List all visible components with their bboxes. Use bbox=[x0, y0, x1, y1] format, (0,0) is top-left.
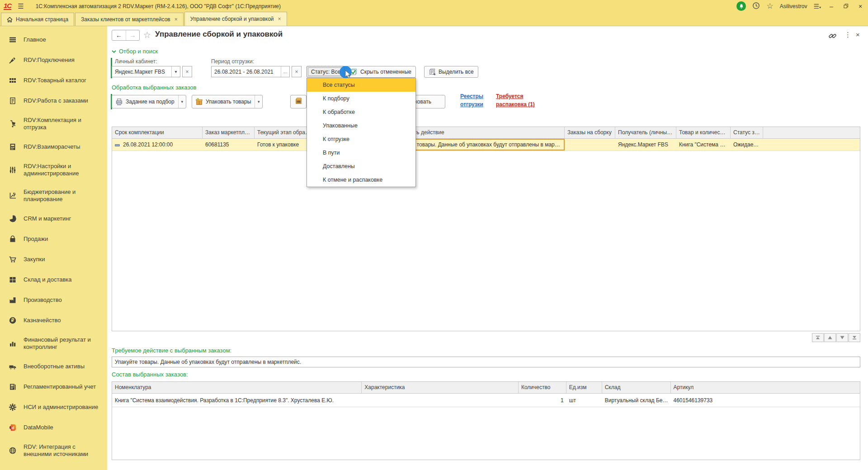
cell-recipient[interactable]: Яндекс.Маркет FBS bbox=[615, 139, 676, 150]
cabinet-select[interactable]: Яндекс.Маркет FBS ▾ bbox=[112, 66, 180, 77]
sidebar-item-fixed-assets[interactable]: Внеоборотные активы bbox=[0, 359, 107, 374]
cell-assembly-orders[interactable] bbox=[565, 139, 615, 150]
sidebar-item-financial-result[interactable]: Финансовый результат и контроллинг bbox=[0, 334, 107, 353]
cell-quantity[interactable]: 1 bbox=[519, 394, 566, 405]
pack-goods-dropdown-arrow-icon[interactable]: ▾ bbox=[255, 95, 262, 108]
hide-cancelled-button[interactable]: Скрыть отмененные bbox=[346, 66, 416, 78]
col-quantity[interactable]: Количество bbox=[519, 382, 566, 393]
sidebar-item-orders[interactable]: RDV:Работа с заказами bbox=[0, 94, 107, 108]
close-button[interactable]: × bbox=[856, 3, 864, 10]
sidebar-item-product-catalog[interactable]: RDV:Товарный каталог bbox=[0, 73, 107, 88]
main-menu-icon[interactable]: ☰ bbox=[16, 2, 25, 10]
tab-close-icon[interactable]: × bbox=[278, 16, 281, 22]
required-action-input[interactable] bbox=[112, 357, 860, 367]
service-menu-icon[interactable]: ☰▾ bbox=[813, 3, 821, 9]
tab-bar: Начальная страница Заказы клиентов от ма… bbox=[0, 12, 868, 26]
cell-warehouse[interactable]: Виртуальный склад Беру bbox=[602, 394, 671, 405]
sidebar-item-treasury[interactable]: ₽ Казначейство bbox=[0, 313, 107, 328]
col-recipient[interactable]: Получатель (личный кабинет) bbox=[615, 127, 676, 138]
dropdown-item-to-process[interactable]: К обработке bbox=[307, 105, 415, 119]
col-unit[interactable]: Ед.изм bbox=[566, 382, 602, 393]
col-characteristic[interactable]: Характеристика bbox=[362, 382, 519, 393]
col-stage[interactable]: Текущий этап обработки bbox=[255, 127, 315, 138]
cabinet-dropdown-arrow-icon[interactable]: ▾ bbox=[171, 66, 180, 77]
gear-icon bbox=[8, 403, 17, 412]
sidebar-item-warehouse[interactable]: Склад и доставка bbox=[0, 273, 107, 287]
cell-stage[interactable]: Готов к упаковке bbox=[255, 139, 315, 150]
col-nomenclature[interactable]: Номенклатура bbox=[112, 382, 362, 393]
cell-nomenclature[interactable]: Книга "Система взаимодействия. Разработк… bbox=[112, 394, 362, 405]
scroll-up-button[interactable] bbox=[824, 333, 836, 342]
sidebar-item-settlements[interactable]: RDV:Взаиморасчеты bbox=[0, 140, 107, 154]
period-clear-button[interactable]: × bbox=[292, 66, 302, 77]
order-row[interactable]: 26.08.2021 12:00:00 60681135 Готов к упа… bbox=[112, 139, 860, 151]
scroll-down-button[interactable] bbox=[836, 333, 848, 342]
get-link-icon[interactable] bbox=[828, 32, 837, 42]
cell-characteristic[interactable] bbox=[362, 394, 519, 405]
cell-deadline[interactable]: 26.08.2021 12:00:00 bbox=[112, 139, 203, 150]
dropdown-item-delivered[interactable]: Доставлены bbox=[307, 160, 415, 173]
period-picker-button[interactable]: ... bbox=[281, 66, 289, 77]
sidebar-item-purchases[interactable]: Закупки bbox=[0, 252, 107, 267]
shipping-registries-link[interactable]: Реестры отгрузки bbox=[460, 92, 496, 108]
col-order-no[interactable]: Заказ маркетплейса bbox=[203, 127, 255, 138]
sidebar-item-rdv-integration[interactable]: RDV: Интеграция с внешними источниками bbox=[0, 441, 107, 461]
dropdown-item-to-cancel-unpack[interactable]: К отмене и распаковке bbox=[307, 173, 415, 187]
col-deadline[interactable]: Срок комплектации bbox=[112, 127, 203, 138]
picking-task-button[interactable]: Задание на подбор ▾ bbox=[112, 95, 186, 108]
cell-article[interactable]: 4601546139733 bbox=[671, 394, 860, 405]
sidebar-item-regulated-accounting[interactable]: Регламентированный учет bbox=[0, 380, 107, 394]
forward-button[interactable]: → bbox=[126, 30, 139, 40]
svg-text:d: d bbox=[12, 426, 14, 430]
composition-row[interactable]: Книга "Система взаимодействия. Разработк… bbox=[112, 394, 860, 407]
col-warehouse[interactable]: Склад bbox=[602, 382, 671, 393]
tab-home[interactable]: Начальная страница bbox=[1, 13, 74, 26]
sidebar-item-production[interactable]: Производство bbox=[0, 293, 107, 307]
unpacking-required-link[interactable]: Требуется распаковка (1) bbox=[496, 92, 550, 108]
filter-group-toggle[interactable]: Отбор и поиск bbox=[112, 48, 158, 55]
favorites-star-icon[interactable]: ☆ bbox=[766, 2, 773, 10]
col-status[interactable]: Статус заказа bbox=[731, 127, 763, 138]
notifications-bell-icon[interactable] bbox=[736, 1, 746, 11]
picking-task-dropdown-arrow-icon[interactable]: ▾ bbox=[178, 95, 186, 108]
tab-packing-management[interactable]: Управление сборкой и упаковкой × bbox=[184, 12, 287, 26]
cell-status[interactable]: Ожидается упаковка bbox=[731, 139, 763, 150]
col-article[interactable]: Артикул bbox=[671, 382, 860, 393]
sidebar-item-crm[interactable]: CRM и маркетинг bbox=[0, 212, 107, 226]
col-goods[interactable]: Товар и количество bbox=[676, 127, 731, 138]
period-input[interactable]: 26.08.2021 - 26.08.2021 ... bbox=[211, 66, 290, 77]
sidebar-item-budgeting[interactable]: ₽ Бюджетирование и планирование bbox=[0, 186, 107, 206]
dropdown-item-all-statuses[interactable]: Все статусы bbox=[307, 78, 415, 92]
sidebar-item-datamobile[interactable]: d DataMobile bbox=[0, 420, 107, 435]
minimize-button[interactable]: – bbox=[827, 3, 835, 10]
pack-goods-button[interactable]: Упаковать товары ▾ bbox=[192, 95, 263, 108]
sidebar-item-main[interactable]: Главное bbox=[0, 33, 107, 47]
cell-order-no[interactable]: 60681135 bbox=[203, 139, 255, 150]
scroll-last-button[interactable] bbox=[849, 333, 860, 342]
history-icon[interactable] bbox=[752, 2, 760, 10]
more-menu-icon[interactable]: ⋮ bbox=[844, 31, 851, 39]
sidebar-item-connections[interactable]: RDV:Подключения bbox=[0, 53, 107, 67]
sidebar-item-picking-shipping[interactable]: RDV:Комплектация и отгрузка bbox=[0, 114, 107, 134]
scroll-first-button[interactable] bbox=[812, 333, 824, 342]
sidebar-item-sales[interactable]: Продажи bbox=[0, 232, 107, 246]
restore-button[interactable] bbox=[842, 3, 850, 10]
cell-unit[interactable]: шт bbox=[566, 394, 602, 405]
table-scroll-buttons bbox=[812, 333, 860, 342]
cell-goods[interactable]: Книга "Система взаимодействия. Разработк… bbox=[676, 139, 731, 150]
tab-marketplace-orders[interactable]: Заказы клиентов от маркетплейсов × bbox=[75, 13, 184, 26]
tab-close-icon[interactable]: × bbox=[175, 16, 178, 23]
cabinet-clear-button[interactable]: × bbox=[182, 66, 192, 77]
dropdown-item-in-transit[interactable]: В пути bbox=[307, 146, 415, 160]
dropdown-item-packed[interactable]: Упакованные bbox=[307, 119, 415, 132]
sidebar-item-settings-admin[interactable]: RDV:Настройки и администрирование bbox=[0, 160, 107, 180]
form-favorite-star-icon[interactable]: ☆ bbox=[143, 30, 151, 40]
dropdown-item-to-pick[interactable]: К подбору bbox=[307, 92, 415, 105]
sidebar-item-nsi-admin[interactable]: НСИ и администрирование bbox=[0, 400, 107, 414]
back-button[interactable]: ← bbox=[112, 30, 126, 40]
form-close-icon[interactable]: × bbox=[856, 31, 860, 38]
box-barcode-button[interactable] bbox=[290, 95, 307, 108]
col-assembly-orders[interactable]: Заказы на сборку bbox=[565, 127, 615, 138]
dropdown-item-to-ship[interactable]: К отгрузке bbox=[307, 132, 415, 146]
select-all-button[interactable]: Выделить все bbox=[424, 66, 478, 78]
